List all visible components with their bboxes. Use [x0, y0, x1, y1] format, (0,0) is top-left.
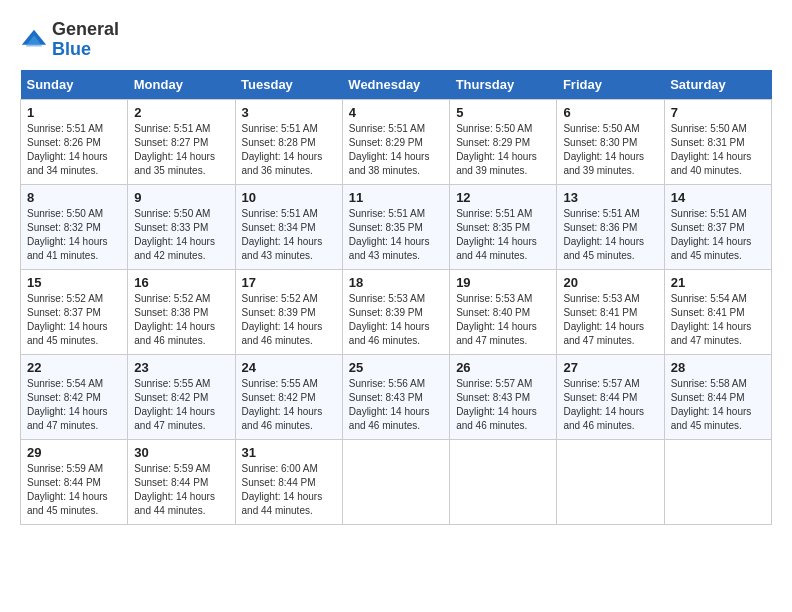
week-row-2: 8 Sunrise: 5:50 AM Sunset: 8:32 PM Dayli…: [21, 184, 772, 269]
day-cell-7: 7 Sunrise: 5:50 AM Sunset: 8:31 PM Dayli…: [664, 99, 771, 184]
day-detail: Sunrise: 5:51 AM Sunset: 8:35 PM Dayligh…: [456, 207, 550, 263]
day-number: 26: [456, 360, 550, 375]
day-number: 25: [349, 360, 443, 375]
day-number: 31: [242, 445, 336, 460]
day-cell-13: 13 Sunrise: 5:51 AM Sunset: 8:36 PM Dayl…: [557, 184, 664, 269]
page-header: General Blue: [20, 20, 772, 60]
day-cell-25: 25 Sunrise: 5:56 AM Sunset: 8:43 PM Dayl…: [342, 354, 449, 439]
day-number: 3: [242, 105, 336, 120]
day-number: 11: [349, 190, 443, 205]
day-cell-16: 16 Sunrise: 5:52 AM Sunset: 8:38 PM Dayl…: [128, 269, 235, 354]
logo: General Blue: [20, 20, 119, 60]
day-detail: Sunrise: 5:58 AM Sunset: 8:44 PM Dayligh…: [671, 377, 765, 433]
empty-cell: [342, 439, 449, 524]
day-cell-24: 24 Sunrise: 5:55 AM Sunset: 8:42 PM Dayl…: [235, 354, 342, 439]
day-detail: Sunrise: 5:51 AM Sunset: 8:27 PM Dayligh…: [134, 122, 228, 178]
day-detail: Sunrise: 5:53 AM Sunset: 8:41 PM Dayligh…: [563, 292, 657, 348]
day-number: 30: [134, 445, 228, 460]
day-cell-8: 8 Sunrise: 5:50 AM Sunset: 8:32 PM Dayli…: [21, 184, 128, 269]
day-number: 15: [27, 275, 121, 290]
logo-general: General: [52, 19, 119, 39]
day-detail: Sunrise: 5:54 AM Sunset: 8:42 PM Dayligh…: [27, 377, 121, 433]
header-wednesday: Wednesday: [342, 70, 449, 100]
day-cell-14: 14 Sunrise: 5:51 AM Sunset: 8:37 PM Dayl…: [664, 184, 771, 269]
day-detail: Sunrise: 5:53 AM Sunset: 8:40 PM Dayligh…: [456, 292, 550, 348]
day-detail: Sunrise: 5:50 AM Sunset: 8:32 PM Dayligh…: [27, 207, 121, 263]
day-cell-26: 26 Sunrise: 5:57 AM Sunset: 8:43 PM Dayl…: [450, 354, 557, 439]
day-number: 19: [456, 275, 550, 290]
day-cell-29: 29 Sunrise: 5:59 AM Sunset: 8:44 PM Dayl…: [21, 439, 128, 524]
week-row-1: 1 Sunrise: 5:51 AM Sunset: 8:26 PM Dayli…: [21, 99, 772, 184]
day-detail: Sunrise: 5:51 AM Sunset: 8:35 PM Dayligh…: [349, 207, 443, 263]
day-number: 16: [134, 275, 228, 290]
day-cell-1: 1 Sunrise: 5:51 AM Sunset: 8:26 PM Dayli…: [21, 99, 128, 184]
day-cell-17: 17 Sunrise: 5:52 AM Sunset: 8:39 PM Dayl…: [235, 269, 342, 354]
day-cell-3: 3 Sunrise: 5:51 AM Sunset: 8:28 PM Dayli…: [235, 99, 342, 184]
day-cell-23: 23 Sunrise: 5:55 AM Sunset: 8:42 PM Dayl…: [128, 354, 235, 439]
day-detail: Sunrise: 5:50 AM Sunset: 8:31 PM Dayligh…: [671, 122, 765, 178]
day-number: 7: [671, 105, 765, 120]
day-detail: Sunrise: 5:51 AM Sunset: 8:28 PM Dayligh…: [242, 122, 336, 178]
day-cell-22: 22 Sunrise: 5:54 AM Sunset: 8:42 PM Dayl…: [21, 354, 128, 439]
day-detail: Sunrise: 5:55 AM Sunset: 8:42 PM Dayligh…: [242, 377, 336, 433]
day-cell-12: 12 Sunrise: 5:51 AM Sunset: 8:35 PM Dayl…: [450, 184, 557, 269]
week-row-5: 29 Sunrise: 5:59 AM Sunset: 8:44 PM Dayl…: [21, 439, 772, 524]
day-cell-21: 21 Sunrise: 5:54 AM Sunset: 8:41 PM Dayl…: [664, 269, 771, 354]
header-thursday: Thursday: [450, 70, 557, 100]
day-detail: Sunrise: 5:51 AM Sunset: 8:37 PM Dayligh…: [671, 207, 765, 263]
header-monday: Monday: [128, 70, 235, 100]
day-number: 1: [27, 105, 121, 120]
day-detail: Sunrise: 5:57 AM Sunset: 8:44 PM Dayligh…: [563, 377, 657, 433]
day-detail: Sunrise: 6:00 AM Sunset: 8:44 PM Dayligh…: [242, 462, 336, 518]
day-number: 29: [27, 445, 121, 460]
day-cell-27: 27 Sunrise: 5:57 AM Sunset: 8:44 PM Dayl…: [557, 354, 664, 439]
day-detail: Sunrise: 5:55 AM Sunset: 8:42 PM Dayligh…: [134, 377, 228, 433]
header-sunday: Sunday: [21, 70, 128, 100]
day-detail: Sunrise: 5:52 AM Sunset: 8:39 PM Dayligh…: [242, 292, 336, 348]
day-number: 4: [349, 105, 443, 120]
day-cell-10: 10 Sunrise: 5:51 AM Sunset: 8:34 PM Dayl…: [235, 184, 342, 269]
logo-icon: [20, 26, 48, 54]
calendar-header-row: SundayMondayTuesdayWednesdayThursdayFrid…: [21, 70, 772, 100]
day-cell-28: 28 Sunrise: 5:58 AM Sunset: 8:44 PM Dayl…: [664, 354, 771, 439]
day-number: 8: [27, 190, 121, 205]
day-number: 9: [134, 190, 228, 205]
week-row-3: 15 Sunrise: 5:52 AM Sunset: 8:37 PM Dayl…: [21, 269, 772, 354]
day-detail: Sunrise: 5:51 AM Sunset: 8:29 PM Dayligh…: [349, 122, 443, 178]
day-detail: Sunrise: 5:54 AM Sunset: 8:41 PM Dayligh…: [671, 292, 765, 348]
day-cell-9: 9 Sunrise: 5:50 AM Sunset: 8:33 PM Dayli…: [128, 184, 235, 269]
day-cell-5: 5 Sunrise: 5:50 AM Sunset: 8:29 PM Dayli…: [450, 99, 557, 184]
day-detail: Sunrise: 5:51 AM Sunset: 8:34 PM Dayligh…: [242, 207, 336, 263]
day-detail: Sunrise: 5:53 AM Sunset: 8:39 PM Dayligh…: [349, 292, 443, 348]
day-number: 24: [242, 360, 336, 375]
day-number: 28: [671, 360, 765, 375]
day-cell-20: 20 Sunrise: 5:53 AM Sunset: 8:41 PM Dayl…: [557, 269, 664, 354]
header-tuesday: Tuesday: [235, 70, 342, 100]
day-number: 13: [563, 190, 657, 205]
day-number: 17: [242, 275, 336, 290]
day-number: 20: [563, 275, 657, 290]
week-row-4: 22 Sunrise: 5:54 AM Sunset: 8:42 PM Dayl…: [21, 354, 772, 439]
day-number: 27: [563, 360, 657, 375]
day-cell-19: 19 Sunrise: 5:53 AM Sunset: 8:40 PM Dayl…: [450, 269, 557, 354]
day-cell-18: 18 Sunrise: 5:53 AM Sunset: 8:39 PM Dayl…: [342, 269, 449, 354]
day-cell-30: 30 Sunrise: 5:59 AM Sunset: 8:44 PM Dayl…: [128, 439, 235, 524]
day-detail: Sunrise: 5:50 AM Sunset: 8:33 PM Dayligh…: [134, 207, 228, 263]
day-cell-2: 2 Sunrise: 5:51 AM Sunset: 8:27 PM Dayli…: [128, 99, 235, 184]
day-detail: Sunrise: 5:50 AM Sunset: 8:30 PM Dayligh…: [563, 122, 657, 178]
header-saturday: Saturday: [664, 70, 771, 100]
day-detail: Sunrise: 5:51 AM Sunset: 8:26 PM Dayligh…: [27, 122, 121, 178]
day-number: 12: [456, 190, 550, 205]
header-friday: Friday: [557, 70, 664, 100]
day-detail: Sunrise: 5:51 AM Sunset: 8:36 PM Dayligh…: [563, 207, 657, 263]
day-detail: Sunrise: 5:57 AM Sunset: 8:43 PM Dayligh…: [456, 377, 550, 433]
day-number: 6: [563, 105, 657, 120]
day-cell-15: 15 Sunrise: 5:52 AM Sunset: 8:37 PM Dayl…: [21, 269, 128, 354]
day-number: 2: [134, 105, 228, 120]
day-cell-31: 31 Sunrise: 6:00 AM Sunset: 8:44 PM Dayl…: [235, 439, 342, 524]
day-cell-4: 4 Sunrise: 5:51 AM Sunset: 8:29 PM Dayli…: [342, 99, 449, 184]
empty-cell: [664, 439, 771, 524]
day-number: 5: [456, 105, 550, 120]
day-detail: Sunrise: 5:50 AM Sunset: 8:29 PM Dayligh…: [456, 122, 550, 178]
day-cell-11: 11 Sunrise: 5:51 AM Sunset: 8:35 PM Dayl…: [342, 184, 449, 269]
